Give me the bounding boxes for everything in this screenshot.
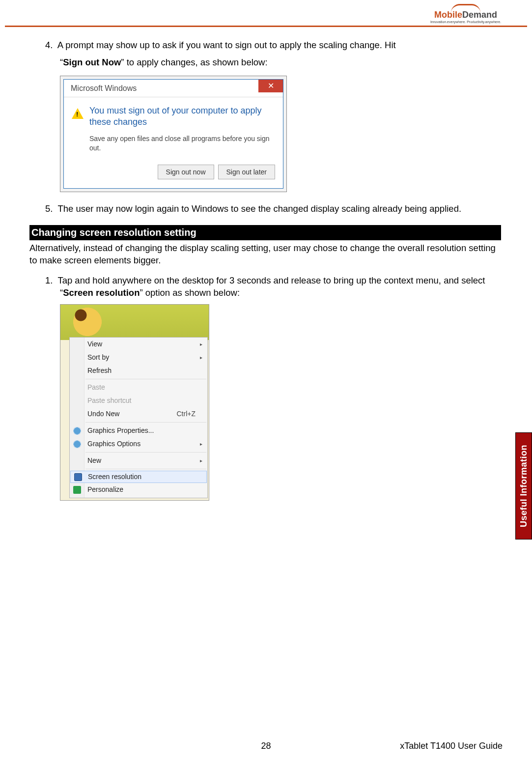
context-menu-screenshot: View▸ Sort by▸ Refresh Paste Paste short… <box>60 304 209 501</box>
page-number: 28 <box>261 741 271 751</box>
step-5: 5. The user may now login again to Windo… <box>29 203 503 215</box>
signout-dialog-screenshot: Microsoft Windows ✕ You must sign out of… <box>60 76 287 192</box>
menu-personalize[interactable]: Personalize <box>70 483 207 496</box>
doc-title: xTablet T1400 User Guide <box>400 741 503 751</box>
menu-paste-shortcut: Paste shortcut <box>70 394 207 407</box>
dialog-titlebar: Microsoft Windows ✕ <box>64 80 283 97</box>
dialog-title-text: Microsoft Windows <box>71 83 137 94</box>
section-heading: Changing screen resolution setting <box>29 225 501 240</box>
chevron-right-icon: ▸ <box>200 341 202 348</box>
warning-icon <box>72 108 84 119</box>
shortcut-label: Ctrl+Z <box>177 409 196 419</box>
dialog-sub-text: Save any open files and close all progra… <box>89 134 275 153</box>
step-4-line2: “Sign out Now” to apply changes, as show… <box>29 57 503 69</box>
dialog-main-text: You must sign out of your computer to ap… <box>89 105 275 128</box>
brand-logo: MobileDemand Innovation.everywhere. Prod… <box>429 0 503 24</box>
chevron-right-icon: ▸ <box>200 441 202 448</box>
menu-sort-by[interactable]: Sort by▸ <box>70 351 207 364</box>
step-1: 1. Tap and hold anywhere on the desktop … <box>29 275 503 299</box>
step-4: 4. A prompt may show up to ask if you wa… <box>29 39 503 52</box>
menu-paste: Paste <box>70 381 207 394</box>
personalize-icon <box>73 486 81 494</box>
menu-view[interactable]: View▸ <box>70 338 207 351</box>
menu-graphics-properties[interactable]: Graphics Properties... <box>70 424 207 437</box>
chevron-right-icon: ▸ <box>200 457 202 464</box>
close-icon[interactable]: ✕ <box>258 80 283 92</box>
intel-icon <box>73 427 81 435</box>
sign-out-now-button[interactable]: Sign out now <box>158 165 214 180</box>
menu-refresh[interactable]: Refresh <box>70 364 207 377</box>
menu-graphics-options[interactable]: Graphics Options▸ <box>70 437 207 451</box>
menu-screen-resolution[interactable]: Screen resolution <box>70 471 207 483</box>
section-intro: Alternatively, instead of changing the d… <box>29 242 503 267</box>
context-menu: View▸ Sort by▸ Refresh Paste Paste short… <box>69 337 208 498</box>
intel-icon <box>73 440 81 448</box>
menu-undo-new[interactable]: Undo New Ctrl+Z <box>70 407 207 421</box>
header-rule <box>5 26 527 27</box>
monitor-icon <box>74 473 82 481</box>
side-tab-useful-information: Useful Information <box>515 432 532 539</box>
sign-out-later-button[interactable]: Sign out later <box>218 165 276 180</box>
menu-new[interactable]: New▸ <box>70 454 207 467</box>
chevron-right-icon: ▸ <box>200 354 202 361</box>
